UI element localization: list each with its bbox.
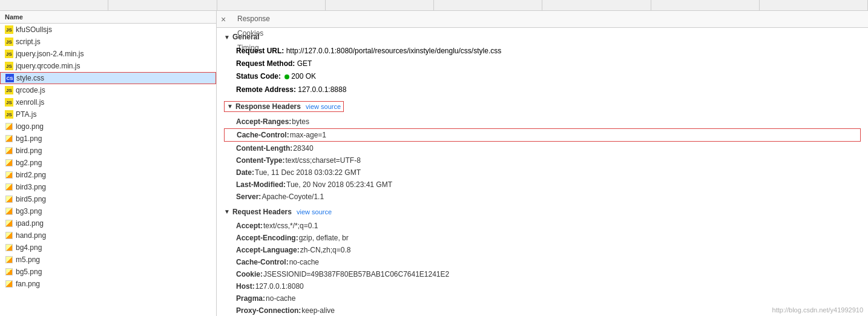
list-item[interactable]: m5.png	[0, 254, 216, 266]
list-item[interactable]: bird.png	[0, 145, 216, 157]
header-val: 28340	[293, 143, 313, 154]
view-source-link[interactable]: view source	[306, 103, 341, 110]
header-key: Last-Modified:	[236, 179, 286, 190]
row-key: Remote Address:	[236, 85, 296, 94]
list-item[interactable]: bird2.png	[0, 169, 216, 181]
png-icon	[5, 146, 13, 155]
request-header-row: Cache-Control: no-cache	[224, 256, 861, 268]
list-item[interactable]: JSjquery.json-2.4.min.js	[0, 48, 216, 60]
header-val: no-cache	[289, 257, 319, 268]
list-item[interactable]: JSscript.js	[0, 36, 216, 48]
row-key: Status Code:	[236, 72, 281, 81]
list-item[interactable]: bg5.png	[0, 266, 216, 278]
list-item[interactable]: JSkfuSOullsjs	[0, 24, 216, 36]
header-val: no-cache	[266, 293, 295, 304]
response-headers-section: ▼Response Headersview sourceAccept-Range…	[224, 101, 861, 203]
header-key: Accept-Ranges:	[236, 116, 291, 127]
list-item[interactable]: hand.png	[0, 229, 216, 242]
request-headers-header[interactable]: ▼Request Headersview source	[224, 208, 861, 216]
top-bar	[0, 0, 868, 11]
png-icon	[5, 243, 13, 252]
js-icon: JS	[5, 25, 13, 34]
header-key: Proxy-Connection:	[236, 305, 301, 316]
png-icon	[5, 207, 13, 216]
general-section: ▼GeneralRequest URL: http://127.0.0.1:80…	[224, 33, 861, 96]
status-dot	[284, 74, 289, 79]
triangle-icon: ▼	[227, 103, 233, 110]
list-item[interactable]: bg1.png	[0, 133, 216, 145]
row-value: GET	[297, 59, 312, 68]
request-header-row: Accept-Language: zh-CN,zh;q=0.8	[224, 244, 861, 256]
file-name: m5.png	[16, 255, 40, 264]
main-container: Name JSkfuSOullsjsJSscript.jsJSjquery.js…	[0, 11, 868, 316]
watermark: http://blog.csdn.net/y41992910	[772, 306, 863, 314]
general-header[interactable]: ▼General	[224, 33, 861, 41]
response-headers-header[interactable]: ▼Response Headersview source	[224, 101, 344, 112]
header-val: Tue, 11 Dec 2018 03:03:22 GMT	[255, 167, 361, 178]
triangle-icon: ▼	[224, 34, 230, 41]
js-icon: JS	[5, 38, 13, 46]
request-header-row: Host: 127.0.0.1:8080	[224, 280, 861, 292]
request-headers-section: ▼Request Headersview sourceAccept: text/…	[224, 208, 861, 316]
list-item[interactable]: bird3.png	[0, 181, 216, 193]
general-row: Request URL: http://127.0.0.1:8080/porta…	[224, 45, 861, 58]
list-item[interactable]: ipad.png	[0, 217, 216, 229]
list-item[interactable]: JSjquery.qrcode.min.js	[0, 60, 216, 72]
file-name: style.css	[16, 74, 44, 82]
file-name: bg2.png	[16, 159, 42, 167]
file-name: bg5.png	[16, 268, 42, 276]
header-val: Tue, 20 Nov 2018 05:23:41 GMT	[286, 179, 392, 190]
list-item[interactable]: fan.png	[0, 278, 216, 290]
header-key: Cache-Control:	[236, 257, 289, 268]
file-name: bg3.png	[16, 207, 42, 216]
file-name: bird5.png	[16, 195, 46, 203]
file-name: qrcode.js	[16, 86, 45, 94]
general-row: Request Method: GET	[224, 58, 861, 70]
css-icon: CS	[5, 74, 14, 82]
list-item[interactable]: bg2.png	[0, 157, 216, 169]
list-item[interactable]: JSPTA.js	[0, 108, 216, 120]
png-icon	[5, 219, 13, 228]
list-item[interactable]: logo.png	[0, 120, 216, 133]
header-key: Accept:	[236, 220, 263, 231]
header-key: Server:	[236, 191, 261, 202]
request-header-row: Proxy-Connection: keep-alive	[224, 304, 861, 316]
list-item[interactable]: JSxenroll.js	[0, 96, 216, 108]
general-row: Status Code: 200 OK	[224, 70, 861, 83]
js-icon: JS	[5, 62, 13, 70]
header-key: Cache-Control:	[237, 130, 289, 140]
list-item[interactable]: bird5.png	[0, 193, 216, 205]
response-header-row: Content-Length: 28340	[224, 142, 861, 154]
header-val: text/css,*/*;q=0.1	[263, 220, 318, 231]
close-button[interactable]: ×	[219, 15, 228, 24]
request-header-row: Cookie: JSESSIONID=49B387F80EB57BAB1C06C…	[224, 268, 861, 280]
header-key: Accept-Language:	[236, 245, 300, 255]
list-item[interactable]: CSstyle.css	[0, 72, 216, 84]
response-header-row: Content-Type: text/css;charset=UTF-8	[224, 154, 861, 166]
file-name: kfuSOullsjs	[16, 25, 52, 34]
file-name: script.js	[16, 38, 41, 46]
png-icon	[5, 183, 13, 191]
content-area: ▼GeneralRequest URL: http://127.0.0.1:80…	[217, 28, 868, 316]
list-item[interactable]: JSqrcode.js	[0, 84, 216, 96]
tab-response[interactable]: Response	[231, 12, 276, 27]
response-header-row: Date: Tue, 11 Dec 2018 03:03:22 GMT	[224, 166, 861, 179]
header-key: Date:	[236, 167, 254, 178]
view-source-request-link[interactable]: view source	[297, 208, 332, 216]
png-icon	[5, 171, 13, 179]
header-key: Content-Length:	[236, 143, 292, 154]
js-icon: JS	[5, 86, 13, 94]
header-key: Content-Type:	[236, 155, 284, 166]
list-item[interactable]: bg3.png	[0, 205, 216, 217]
png-icon	[5, 195, 13, 203]
file-name: xenroll.js	[16, 98, 44, 107]
request-header-row: Pragma: no-cache	[224, 292, 861, 304]
js-icon: JS	[5, 98, 13, 107]
header-key: Pragma:	[236, 293, 265, 304]
file-name: PTA.js	[16, 110, 36, 119]
header-val: Apache-Coyote/1.1	[261, 191, 324, 202]
header-key: Host:	[236, 281, 255, 292]
list-item[interactable]: bg4.png	[0, 242, 216, 254]
header-val: max-age=1	[290, 130, 326, 140]
png-icon	[5, 134, 13, 143]
